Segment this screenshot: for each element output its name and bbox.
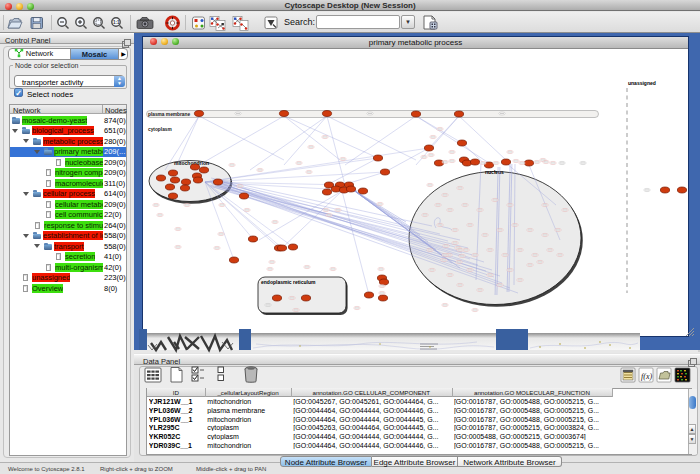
svg-text:f(x): f(x) — [641, 372, 652, 381]
